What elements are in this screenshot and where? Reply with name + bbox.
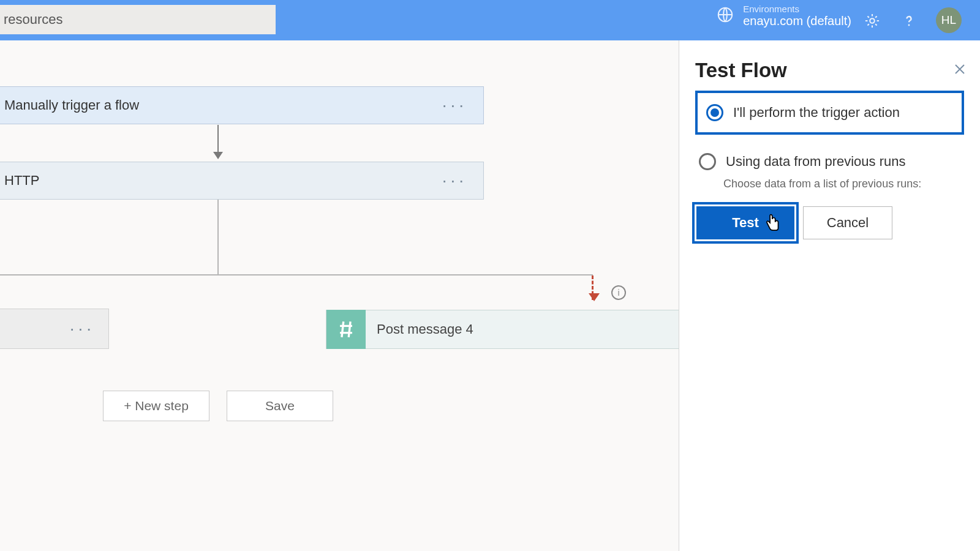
- avatar-initials: HL: [941, 13, 956, 27]
- trigger-label: Manually trigger a flow: [0, 97, 139, 113]
- cancel-button[interactable]: Cancel: [803, 206, 892, 239]
- cancel-button-label: Cancel: [827, 215, 869, 231]
- radio-selected-icon[interactable]: [706, 104, 723, 121]
- connector-line: [217, 200, 219, 274]
- post-message-card[interactable]: Post message 4: [326, 310, 679, 349]
- help-icon[interactable]: [899, 11, 919, 31]
- environment-value: enayu.com (default): [743, 14, 851, 28]
- dashed-arrow-icon: [592, 276, 594, 300]
- svg-point-2: [908, 24, 910, 26]
- globe-icon: [716, 6, 734, 26]
- save-label: Save: [265, 399, 295, 413]
- test-button[interactable]: Test: [696, 206, 794, 239]
- option-previous-label: Using data from previous runs: [726, 154, 905, 170]
- search-input[interactable]: resources: [0, 5, 276, 34]
- info-icon[interactable]: i: [611, 285, 626, 300]
- http-menu-icon[interactable]: ···: [442, 171, 467, 190]
- option-previous-row[interactable]: Using data from previous runs: [695, 147, 964, 176]
- new-step-button[interactable]: + New step: [103, 391, 209, 421]
- environment-label: Environments: [743, 4, 851, 14]
- hash-icon: [326, 310, 366, 349]
- app-header: resources Environments enayu.com (defaul…: [0, 0, 980, 40]
- environment-picker[interactable]: Environments enayu.com (default): [716, 4, 851, 28]
- test-flow-panel: Test Flow I'll perform the trigger actio…: [679, 40, 980, 551]
- close-icon[interactable]: [951, 60, 969, 78]
- branch-card-left[interactable]: ···: [0, 309, 109, 349]
- avatar[interactable]: HL: [936, 7, 962, 33]
- option-previous-sub: Choose data from a list of previous runs…: [723, 178, 964, 190]
- flow-canvas: Manually trigger a flow ··· HTTP ··· i ·…: [0, 40, 679, 551]
- save-button[interactable]: Save: [227, 391, 333, 421]
- http-label: HTTP: [0, 173, 39, 189]
- new-step-label: + New step: [124, 399, 189, 413]
- test-button-label: Test: [732, 215, 759, 231]
- cursor-icon: [764, 212, 782, 233]
- radio-unselected-icon[interactable]: [699, 153, 716, 170]
- branch-line: [0, 274, 593, 276]
- environment-text: Environments enayu.com (default): [743, 4, 851, 28]
- stub-menu-icon[interactable]: ···: [70, 319, 95, 339]
- post-label: Post message 4: [366, 321, 473, 337]
- trigger-card[interactable]: Manually trigger a flow ···: [0, 86, 484, 124]
- panel-buttons: Test Cancel: [696, 206, 964, 239]
- trigger-menu-icon[interactable]: ···: [442, 96, 467, 115]
- gear-icon[interactable]: [862, 11, 882, 31]
- option-manual-label: I'll perform the trigger action: [733, 105, 900, 121]
- svg-point-1: [870, 18, 874, 23]
- arrow-icon: [217, 125, 219, 159]
- http-card[interactable]: HTTP ···: [0, 162, 484, 200]
- option-manual-row[interactable]: I'll perform the trigger action: [695, 91, 964, 135]
- panel-title: Test Flow: [695, 59, 964, 82]
- search-text: resources: [4, 12, 63, 28]
